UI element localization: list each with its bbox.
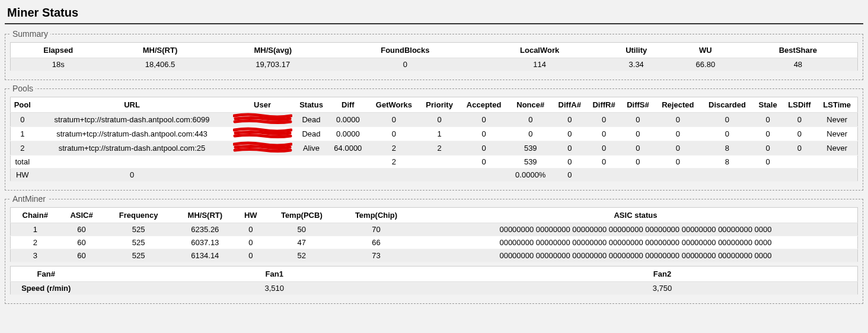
pools-col-2: User xyxy=(230,97,295,113)
redacted-user xyxy=(233,143,292,151)
pools-cell: 0 xyxy=(459,156,509,169)
chains-cell: 525 xyxy=(104,223,174,236)
summary-col-5: Utility xyxy=(600,43,672,58)
chains-cell: 3 xyxy=(11,249,60,262)
table-row: Speed (r/min)3,5103,750 xyxy=(11,282,858,295)
pools-col-9: DiffA# xyxy=(553,97,587,113)
pools-cell xyxy=(230,156,295,169)
table-row: 2605256037.130476600000000 00000000 0000… xyxy=(11,236,858,249)
pools-cell: 0 xyxy=(783,113,817,127)
pools-cell: 0 xyxy=(459,141,509,156)
pools-cell: 539 xyxy=(509,141,553,156)
fans-col-label: Fan# xyxy=(11,267,82,282)
pools-cell: 2 xyxy=(368,156,419,169)
pools-cell: 1 xyxy=(11,127,34,141)
pools-cell xyxy=(295,169,328,182)
chains-cell: 60 xyxy=(59,223,103,236)
pools-cell: 0 xyxy=(509,113,553,127)
pools-cell xyxy=(328,156,369,169)
pools-cell: Dead xyxy=(295,113,328,127)
pools-col-1: URL xyxy=(34,97,230,113)
pools-cell: Alive xyxy=(295,141,328,156)
pools-cell xyxy=(368,169,419,182)
pools-col-3: Status xyxy=(295,97,328,113)
pools-cell: 0.0000% xyxy=(509,169,553,182)
pools-col-5: GetWorks xyxy=(368,97,419,113)
page-title: Miner Status xyxy=(5,5,863,24)
pools-cell xyxy=(459,169,509,182)
summary-col-1: MH/S(RT) xyxy=(106,43,214,58)
pools-cell xyxy=(34,156,230,169)
antminer-legend: AntMiner xyxy=(10,194,48,204)
chains-cell: 60 xyxy=(59,236,103,249)
chains-cell: 66 xyxy=(339,236,414,249)
pools-cell: 2 xyxy=(368,141,419,156)
pools-table: PoolURLUserStatusDiffGetWorksPriorityAcc… xyxy=(10,97,858,182)
chains-cell: 0 xyxy=(237,236,264,249)
pools-cell: 539 xyxy=(509,156,553,169)
chains-col-1: ASIC# xyxy=(59,208,103,223)
pools-cell: 0 xyxy=(655,156,701,169)
pools-cell: 1 xyxy=(420,127,459,141)
pools-cell: 0 xyxy=(621,156,655,169)
pools-col-10: DiffR# xyxy=(587,97,621,113)
pools-cell: Never xyxy=(816,113,857,127)
table-row: 3605256134.140527300000000 00000000 0000… xyxy=(11,249,858,262)
pools-col-7: Accepted xyxy=(459,97,509,113)
pools-cell xyxy=(230,113,295,127)
chains-cell: 1 xyxy=(11,223,60,236)
pools-cell: 0 xyxy=(553,127,587,141)
fans-speed-label: Speed (r/min) xyxy=(11,282,82,295)
chains-col-0: Chain# xyxy=(11,208,60,223)
pools-cell: 0 xyxy=(754,141,783,156)
pools-cell: stratum+tcp://stratum-dash.antpool.com:4… xyxy=(34,127,230,141)
chains-cell: 47 xyxy=(265,236,339,249)
chains-col-6: Temp(Chip) xyxy=(339,208,414,223)
pools-cell xyxy=(420,169,459,182)
table-row: 0stratum+tcp://stratum-dash.antpool.com:… xyxy=(11,113,858,127)
chains-table: Chain#ASIC#FrequencyMH/S(RT)HWTemp(PCB)T… xyxy=(10,207,858,262)
pools-cell: 0 xyxy=(459,113,509,127)
chains-cell: 6235.26 xyxy=(174,223,237,236)
summary-col-6: WU xyxy=(672,43,739,58)
pools-panel: Pools PoolURLUserStatusDiffGetWorksPrior… xyxy=(5,84,863,191)
pools-cell: 64.0000 xyxy=(328,141,369,156)
pools-cell: 0 xyxy=(655,113,701,127)
antminer-panel: AntMiner Chain#ASIC#FrequencyMH/S(RT)HWT… xyxy=(5,194,863,304)
pools-cell: HW xyxy=(11,169,34,182)
chains-cell: 0 xyxy=(237,249,264,262)
pools-cell: 0 xyxy=(621,141,655,156)
chains-cell: 70 xyxy=(339,223,414,236)
summary-cell: 18,406.5 xyxy=(106,58,214,71)
pools-cell: 0 xyxy=(754,127,783,141)
pools-cell xyxy=(621,169,655,182)
chains-cell: 6134.14 xyxy=(174,249,237,262)
pools-cell: total xyxy=(11,156,34,169)
summary-table: ElapsedMH/S(RT)MH/S(avg)FoundBlocksLocal… xyxy=(10,42,858,71)
pools-cell: 0 xyxy=(587,141,621,156)
pools-cell: 8 xyxy=(701,156,754,169)
pools-cell: 0 xyxy=(553,113,587,127)
pools-cell: 0 xyxy=(553,169,587,182)
pools-col-8: Nonce# xyxy=(509,97,553,113)
pools-cell: 0 xyxy=(621,113,655,127)
pools-cell: 0 xyxy=(509,127,553,141)
pools-cell: 0 xyxy=(701,127,754,141)
pools-cell xyxy=(816,156,857,169)
pools-cell: stratum+tcp://stratum-dash.antpool.com:6… xyxy=(34,113,230,127)
chains-col-4: HW xyxy=(237,208,264,223)
pools-cell xyxy=(783,169,817,182)
pools-col-15: LSDiff xyxy=(783,97,817,113)
pools-cell: 0 xyxy=(368,113,419,127)
pools-cell: 2 xyxy=(420,141,459,156)
pools-cell: 0.0000 xyxy=(328,113,369,127)
summary-col-4: LocalWork xyxy=(479,43,601,58)
pools-cell xyxy=(783,156,817,169)
summary-cell: 18s xyxy=(11,58,106,71)
pools-cell xyxy=(295,156,328,169)
summary-cell: 19,703.17 xyxy=(215,58,331,71)
pools-cell: Never xyxy=(816,141,857,156)
chains-col-5: Temp(PCB) xyxy=(265,208,339,223)
summary-panel: Summary ElapsedMH/S(RT)MH/S(avg)FoundBlo… xyxy=(5,29,863,80)
summary-cell: 0 xyxy=(331,58,479,71)
